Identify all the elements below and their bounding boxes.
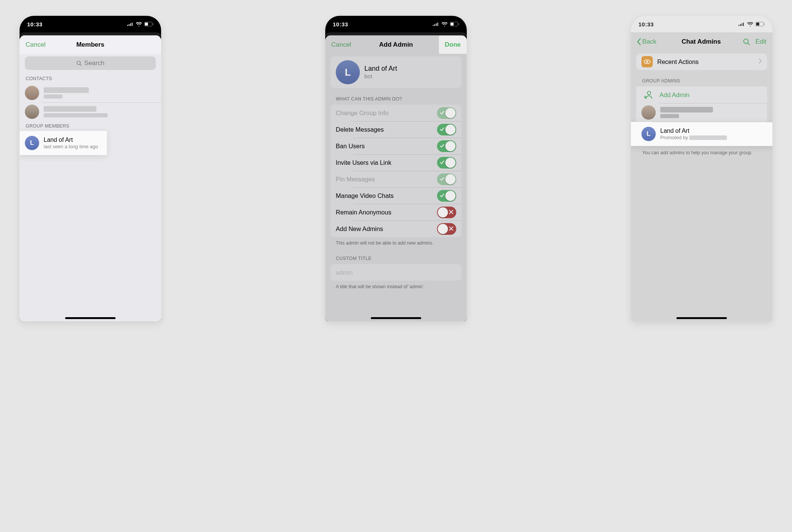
permission-label: Add New Admins <box>336 225 383 233</box>
permission-label: Invite Users via Link <box>336 159 391 166</box>
permission-toggle[interactable] <box>437 173 456 185</box>
home-indicator[interactable] <box>371 317 421 319</box>
svg-rect-6 <box>451 23 454 26</box>
admin-avatar: L <box>336 60 360 84</box>
permission-toggle[interactable] <box>437 223 456 235</box>
permission-row[interactable]: Manage Video Chats <box>331 187 461 204</box>
admin-name: Land of Art <box>660 127 727 135</box>
contact-row[interactable] <box>20 84 161 102</box>
svg-line-4 <box>80 64 81 65</box>
x-icon <box>449 225 453 232</box>
cancel-button[interactable]: Cancel <box>331 41 351 49</box>
permission-toggle[interactable] <box>437 157 456 169</box>
admin-user-card: L Land of Art bot <box>331 56 461 88</box>
screen-chat-admins: 10:33 Back Chat Admins Edit Recent <box>631 16 772 321</box>
screen-add-admin: 10:33 Cancel Add Admin Done L Land of Ar… <box>325 16 467 321</box>
svg-rect-10 <box>764 23 765 25</box>
chat-admins-sheet: Back Chat Admins Edit Recent Actions GRO… <box>631 32 772 321</box>
permission-toggle[interactable] <box>437 190 456 202</box>
recent-actions-section: Recent Actions <box>636 53 767 70</box>
contacts-header: CONTACTS <box>20 74 161 84</box>
member-name: Land of Art <box>44 136 98 144</box>
check-icon <box>440 143 445 149</box>
admin-row[interactable] <box>636 103 767 122</box>
home-indicator[interactable] <box>676 317 727 319</box>
contact-row[interactable] <box>20 102 161 121</box>
permission-row[interactable]: Pin Messages <box>331 171 461 187</box>
admins-footer: You can add admins to help you manage yo… <box>631 146 772 160</box>
recent-actions-icon <box>641 56 653 67</box>
check-icon <box>440 159 445 166</box>
status-time: 10:33 <box>333 21 348 27</box>
home-indicator[interactable] <box>65 317 116 319</box>
admin-sub: bot <box>364 73 397 80</box>
permission-row[interactable]: Delete Messages <box>331 121 461 138</box>
battery-icon <box>755 22 765 26</box>
check-icon <box>440 176 445 182</box>
svg-point-3 <box>77 61 80 64</box>
search-placeholder: Search <box>84 59 105 67</box>
permission-toggle[interactable] <box>437 124 456 135</box>
status-time: 10:33 <box>638 21 654 27</box>
redacted-name <box>44 87 89 93</box>
permissions-list: Change Group InfoDelete MessagesBan User… <box>331 105 461 237</box>
svg-point-14 <box>646 61 648 63</box>
cancel-button[interactable]: Cancel <box>26 41 46 49</box>
status-icons <box>738 22 765 26</box>
permission-row[interactable]: Remain Anonymous <box>331 204 461 220</box>
custom-title-placeholder: admin <box>336 269 353 276</box>
search-input[interactable]: Search <box>25 56 156 70</box>
permission-row[interactable]: Add New Admins <box>331 220 461 237</box>
chat-admins-nav: Back Chat Admins Edit <box>631 32 772 51</box>
permission-row[interactable]: Invite Users via Link <box>331 154 461 171</box>
permission-label: Pin Messages <box>336 176 375 183</box>
recent-actions-row[interactable]: Recent Actions <box>636 53 767 70</box>
permission-row[interactable]: Change Group Info <box>331 105 461 121</box>
svg-point-15 <box>647 91 651 95</box>
edit-button[interactable]: Edit <box>755 38 766 46</box>
custom-title-header: CUSTOM TITLE <box>325 253 467 264</box>
permission-row[interactable]: Ban Users <box>331 138 461 154</box>
admins-list: Add Admin L Land of Art Promoted by <box>636 87 767 146</box>
chat-admins-title: Chat Admins <box>682 38 721 46</box>
svg-rect-9 <box>756 23 759 26</box>
add-admin-title: Add Admin <box>379 41 413 49</box>
wifi-icon <box>442 22 448 26</box>
status-icons <box>433 22 459 26</box>
status-bar: 10:33 <box>325 16 467 32</box>
cellular-icon <box>433 22 439 26</box>
status-time: 10:33 <box>27 21 43 27</box>
screen-members: 10:33 Cancel Members Search CONTACTS <box>20 16 161 321</box>
permission-toggle[interactable] <box>437 107 456 119</box>
avatar <box>25 105 39 119</box>
group-members-header: GROUP MEMBERS <box>20 121 161 131</box>
search-icon[interactable] <box>743 38 750 46</box>
back-button[interactable]: Back <box>642 38 656 46</box>
contacts-list <box>20 84 161 121</box>
check-icon <box>440 126 445 133</box>
done-button[interactable]: Done <box>439 36 467 54</box>
custom-title-input[interactable]: admin <box>331 264 461 281</box>
permission-toggle[interactable] <box>437 140 456 152</box>
members-title: Members <box>76 41 105 49</box>
add-admin-icon <box>641 91 656 99</box>
admin-user-row[interactable]: L Land of Art bot <box>331 56 461 88</box>
svg-line-12 <box>748 43 749 45</box>
permission-label: Delete Messages <box>336 126 384 133</box>
admin-avatar: L <box>641 127 656 141</box>
add-admin-row[interactable]: Add Admin <box>636 87 767 103</box>
svg-rect-1 <box>145 23 148 26</box>
permissions-header: WHAT CAN THIS ADMIN DO? <box>325 88 467 105</box>
permission-label: Manage Video Chats <box>336 192 394 199</box>
group-admins-header: GROUP ADMINS <box>631 70 772 87</box>
admin-row-highlighted[interactable]: L Land of Art Promoted by <box>631 122 772 146</box>
custom-title-footer: A title that will be shown instead of 'a… <box>325 281 467 296</box>
group-member-row[interactable]: L Land of Art last seen a long time ago <box>20 131 107 155</box>
member-sub: last seen a long time ago <box>44 144 98 150</box>
add-admin-nav: Cancel Add Admin Done <box>325 35 467 54</box>
admin-promoted: Promoted by <box>660 135 727 141</box>
permission-toggle[interactable] <box>437 207 456 218</box>
x-icon <box>449 209 453 216</box>
permission-label: Ban Users <box>336 143 365 150</box>
recent-actions-label: Recent Actions <box>657 58 699 65</box>
